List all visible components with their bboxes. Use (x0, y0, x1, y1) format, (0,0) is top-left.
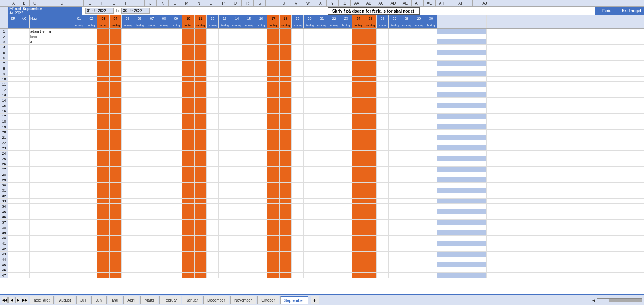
skal-cell[interactable] (462, 241, 487, 246)
day-cell-04[interactable] (110, 156, 122, 161)
day-cell-12[interactable] (207, 34, 219, 39)
day-cell-13[interactable] (219, 267, 231, 272)
day-cell-27[interactable] (389, 130, 401, 135)
day-cell-10[interactable] (182, 199, 195, 203)
day-cell-02[interactable] (85, 50, 97, 55)
day-cell-19[interactable] (292, 77, 304, 81)
day-cell-21[interactable] (316, 119, 328, 124)
day-cell-25[interactable] (364, 183, 377, 188)
day-cell-03[interactable] (97, 273, 110, 278)
day-cell-07[interactable] (146, 108, 158, 113)
day-cell-07[interactable] (146, 55, 158, 60)
day-cell-15[interactable] (243, 130, 255, 135)
day-cell-28[interactable] (401, 87, 413, 92)
day-cell-11[interactable] (195, 161, 207, 166)
day-cell-02[interactable] (85, 236, 97, 241)
day-cell-24[interactable] (352, 29, 364, 34)
day-cell-07[interactable] (146, 161, 158, 166)
skal-cell[interactable] (462, 167, 487, 172)
day-cell-10[interactable] (182, 246, 195, 251)
sr-cell[interactable] (8, 103, 19, 108)
day-cell-21[interactable] (316, 114, 328, 119)
day-cell-04[interactable] (110, 92, 122, 97)
day-cell-27[interactable] (389, 199, 401, 203)
day-cell-08[interactable] (158, 220, 170, 225)
sr-cell[interactable] (8, 82, 19, 87)
day-cell-30[interactable] (425, 61, 437, 66)
ferie-cell[interactable] (437, 55, 462, 60)
day-cell-21[interactable] (316, 209, 328, 214)
day-cell-22[interactable] (328, 130, 340, 135)
sr-cell[interactable] (8, 204, 19, 209)
day-cell-18[interactable] (280, 55, 292, 60)
day-cell-11[interactable] (195, 151, 207, 156)
day-cell-05[interactable] (122, 55, 134, 60)
day-cell-02[interactable] (85, 257, 97, 262)
day-cell-30[interactable] (425, 161, 437, 166)
day-cell-29[interactable] (413, 140, 425, 145)
day-cell-16[interactable] (255, 34, 267, 39)
day-cell-20[interactable] (304, 183, 316, 188)
day-cell-22[interactable] (328, 172, 340, 177)
day-cell-03[interactable] (97, 145, 110, 150)
day-cell-19[interactable] (292, 29, 304, 34)
day-cell-29[interactable] (413, 114, 425, 119)
day-cell-12[interactable] (207, 50, 219, 55)
day-cell-07[interactable] (146, 257, 158, 262)
nc-cell[interactable] (19, 119, 30, 124)
day-cell-18[interactable] (280, 151, 292, 156)
day-cell-18[interactable] (280, 29, 292, 34)
day-cell-10[interactable] (182, 156, 195, 161)
day-cell-13[interactable] (219, 199, 231, 203)
day-cell-15[interactable] (243, 114, 255, 119)
day-cell-08[interactable] (158, 172, 170, 177)
day-cell-21[interactable] (316, 108, 328, 113)
day-cell-14[interactable] (231, 66, 243, 71)
day-cell-18[interactable] (280, 262, 292, 267)
day-cell-04[interactable] (110, 119, 122, 124)
day-cell-25[interactable] (364, 209, 377, 214)
day-cell-14[interactable] (231, 177, 243, 182)
day-cell-11[interactable] (195, 172, 207, 177)
skal-cell[interactable] (462, 204, 487, 209)
day-cell-27[interactable] (389, 252, 401, 257)
day-cell-25[interactable] (364, 225, 377, 230)
day-cell-08[interactable] (158, 230, 170, 235)
day-cell-19[interactable] (292, 204, 304, 209)
day-cell-11[interactable] (195, 177, 207, 182)
day-cell-09[interactable] (170, 209, 182, 214)
day-cell-29[interactable] (413, 236, 425, 241)
day-cell-20[interactable] (304, 209, 316, 214)
name-cell[interactable]: a (30, 39, 73, 44)
day-cell-04[interactable] (110, 209, 122, 214)
day-cell-16[interactable] (255, 124, 267, 129)
day-cell-15[interactable] (243, 140, 255, 145)
day-cell-25[interactable] (364, 77, 377, 81)
day-cell-16[interactable] (255, 119, 267, 124)
day-cell-19[interactable] (292, 34, 304, 39)
day-cell-27[interactable] (389, 66, 401, 71)
day-cell-02[interactable] (85, 145, 97, 150)
day-cell-22[interactable] (328, 267, 340, 272)
day-cell-07[interactable] (146, 220, 158, 225)
day-cell-28[interactable] (401, 140, 413, 145)
day-cell-27[interactable] (389, 119, 401, 124)
day-cell-22[interactable] (328, 151, 340, 156)
sr-cell[interactable] (8, 50, 19, 55)
day-cell-08[interactable] (158, 241, 170, 246)
day-cell-06[interactable] (134, 34, 146, 39)
day-cell-24[interactable] (352, 262, 364, 267)
name-cell[interactable] (30, 236, 73, 241)
day-cell-12[interactable] (207, 29, 219, 34)
day-cell-19[interactable] (292, 87, 304, 92)
sr-cell[interactable] (8, 77, 19, 81)
day-cell-20[interactable] (304, 103, 316, 108)
day-cell-04[interactable] (110, 183, 122, 188)
day-cell-06[interactable] (134, 39, 146, 44)
day-cell-12[interactable] (207, 87, 219, 92)
day-cell-24[interactable] (352, 236, 364, 241)
day-cell-12[interactable] (207, 55, 219, 60)
day-cell-19[interactable] (292, 61, 304, 66)
day-cell-27[interactable] (389, 114, 401, 119)
day-cell-03[interactable] (97, 140, 110, 145)
